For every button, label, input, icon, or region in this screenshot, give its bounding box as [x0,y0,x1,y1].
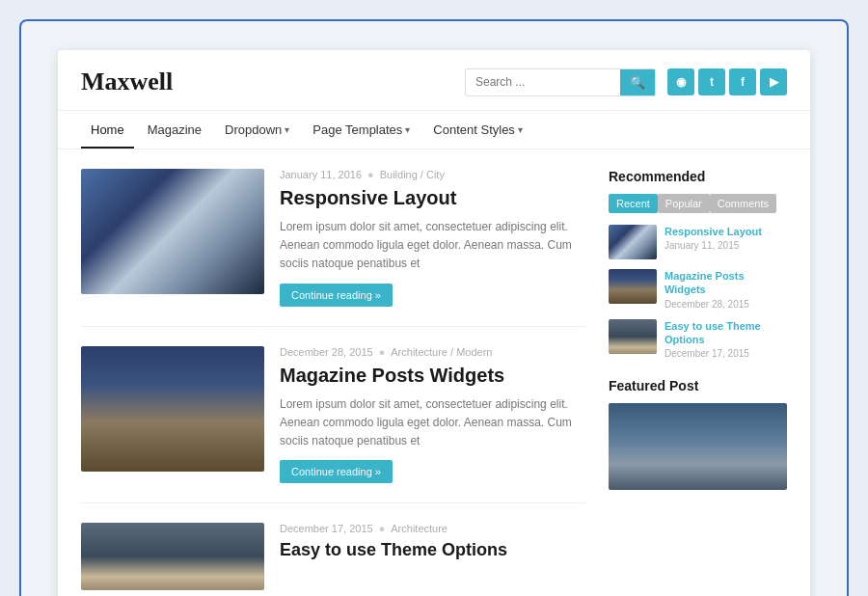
rec-title[interactable]: Easy to use Theme Options [665,319,787,347]
continue-reading-button[interactable]: Continue reading » [280,284,393,307]
post-item: December 28, 2015 ● Architecture / Moder… [81,346,585,504]
recommended-tabs: Recent Popular Comments [609,194,787,213]
post-date: December 28, 2015 [280,346,373,358]
meta-separator: ● [379,346,386,358]
youtube-icon[interactable]: ▶ [760,68,787,95]
chevron-down-icon: ▾ [405,124,410,135]
nav-item-content-styles[interactable]: Content Styles ▾ [423,111,532,149]
recommended-item: Easy to use Theme Options December 17, 2… [609,319,787,360]
post-title: Magazine Posts Widgets [280,363,585,388]
posts-column: January 11, 2016 ● Building / City Respo… [81,169,585,590]
search-input[interactable] [466,69,620,95]
nav-item-magazine[interactable]: Magazine [138,111,211,149]
sidebar: Recommended Recent Popular Comments Resp… [609,169,787,590]
recommended-item: Magazine Posts Widgets December 28, 2015 [609,269,787,310]
post-thumbnail [81,169,264,294]
recommended-title: Recommended [609,169,787,184]
post-item: January 11, 2016 ● Building / City Respo… [81,169,585,327]
post-category: Architecture [391,523,448,534]
rec-date: December 28, 2015 [665,299,787,310]
post-content: December 28, 2015 ● Architecture / Moder… [280,346,585,484]
tab-recent[interactable]: Recent [609,194,658,213]
post-thumbnail [81,523,264,590]
rec-thumbnail [609,319,657,354]
post-date: January 11, 2016 [280,169,362,180]
recommended-section: Recommended Recent Popular Comments Resp… [609,169,787,359]
featured-title: Featured Post [609,378,787,393]
rec-thumbnail [609,269,657,304]
search-box: 🔍 [465,68,656,96]
post-excerpt: Lorem ipsum dolor sit amet, consectetuer… [280,218,585,274]
rec-title[interactable]: Magazine Posts Widgets [665,269,787,297]
meta-separator: ● [367,169,374,180]
twitter-icon[interactable]: t [698,68,725,95]
post-category: Building / City [380,169,445,180]
tab-comments[interactable]: Comments [710,194,776,213]
post-thumbnail [81,346,264,472]
post-content: December 17, 2015 ● Architecture Easy to… [280,523,585,590]
tab-popular[interactable]: Popular [658,194,710,213]
post-date: December 17, 2015 [280,523,373,534]
social-icons: ◉ t f ▶ [667,68,787,95]
nav-item-dropdown[interactable]: Dropdown ▾ [215,111,299,149]
rec-content: Magazine Posts Widgets December 28, 2015 [665,269,787,310]
featured-section: Featured Post [609,378,787,490]
continue-reading-button[interactable]: Continue reading » [280,460,393,483]
post-category: Architecture / Modern [391,346,492,358]
meta-separator: ● [379,523,386,534]
facebook-icon[interactable]: f [729,68,756,95]
rec-content: Responsive Layout January 11, 2015 [665,225,762,251]
recommended-item: Responsive Layout January 11, 2015 [609,225,787,259]
rec-content: Easy to use Theme Options December 17, 2… [665,319,787,360]
chevron-down-icon: ▾ [518,124,523,135]
post-meta: December 28, 2015 ● Architecture / Moder… [280,346,585,358]
search-button[interactable]: 🔍 [620,69,655,95]
post-item: December 17, 2015 ● Architecture Easy to… [81,523,585,590]
post-meta: January 11, 2016 ● Building / City [280,169,585,180]
site-logo: Maxwell [81,68,173,96]
post-title: Easy to use Theme Options [280,539,585,561]
nav-item-page-templates[interactable]: Page Templates ▾ [303,111,420,149]
browser-card: Maxwell 🔍 ◉ t f ▶ Home Magazine Dropdown… [58,50,810,596]
nav-item-home[interactable]: Home [81,111,134,149]
site-nav: Home Magazine Dropdown ▾ Page Templates … [58,111,810,149]
post-content: January 11, 2016 ● Building / City Respo… [280,169,585,307]
post-meta: December 17, 2015 ● Architecture [280,523,585,534]
rss-icon[interactable]: ◉ [667,68,694,95]
featured-thumbnail [609,403,787,490]
rec-title[interactable]: Responsive Layout [665,225,762,238]
post-title: Responsive Layout [280,185,585,210]
outer-frame: Maxwell 🔍 ◉ t f ▶ Home Magazine Dropdown… [19,19,849,596]
site-header: Maxwell 🔍 ◉ t f ▶ [58,50,810,111]
post-excerpt: Lorem ipsum dolor sit amet, consectetuer… [280,395,585,451]
header-right: 🔍 ◉ t f ▶ [465,68,787,96]
rec-date: January 11, 2015 [665,240,762,251]
main-content: January 11, 2016 ● Building / City Respo… [58,149,810,596]
rec-thumbnail [609,225,657,259]
rec-date: December 17, 2015 [665,348,787,359]
chevron-down-icon: ▾ [285,124,289,135]
